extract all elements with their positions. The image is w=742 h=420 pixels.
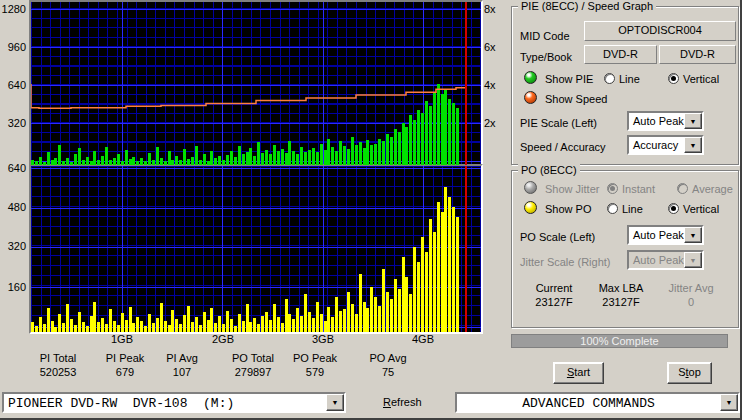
pie-scale-value: Auto Peak: [633, 114, 684, 129]
pie-y-axis-tick: 1280: [0, 2, 26, 16]
po-bar: [331, 317, 334, 332]
stat-po-peak-label: PO Peak: [280, 352, 350, 365]
refresh-link[interactable]: Refresh: [383, 396, 422, 409]
speed-line: [31, 2, 477, 161]
po-bar: [409, 294, 412, 332]
po-bar: [312, 318, 315, 332]
po-bar: [31, 322, 34, 332]
po-bar: [433, 232, 436, 332]
po-bar: [374, 297, 377, 332]
dropdown-arrow-icon[interactable]: ▼: [326, 394, 344, 411]
po-bar: [429, 219, 432, 332]
mid-code-label: MID Code: [520, 30, 570, 43]
scan-end-marker: [465, 166, 467, 332]
po-bar: [97, 322, 100, 332]
po-bar: [370, 287, 373, 332]
po-bar: [129, 307, 132, 332]
stat-po-peak-value: 579: [280, 366, 350, 379]
po-bar: [253, 318, 256, 332]
advanced-commands-combo[interactable]: ADVANCED COMMANDS ▼: [455, 392, 740, 413]
po-bar: [54, 327, 57, 332]
po-bar: [168, 325, 171, 332]
po-bar: [203, 312, 206, 332]
po-bar: [207, 320, 210, 332]
pie-bar: [62, 161, 65, 165]
show-pie-label: Show PIE: [545, 73, 593, 86]
stop-button[interactable]: Stop: [667, 362, 712, 384]
po-bar: [296, 308, 299, 332]
pie-bar: [121, 161, 124, 165]
pie-panel-title: PIE (8ECC) / Speed Graph: [518, 0, 656, 13]
po-bar: [183, 315, 186, 332]
po-vertical-radio[interactable]: [668, 203, 679, 214]
po-bar: [234, 326, 237, 332]
po-scale-combo[interactable]: Auto Peak ▼: [627, 225, 704, 245]
pie-bar: [207, 161, 210, 165]
speed-accuracy-combo[interactable]: Accuracy ▼: [627, 135, 704, 155]
advanced-commands-value: ADVANCED COMMANDS: [457, 396, 720, 411]
po-bar: [132, 323, 135, 332]
show-pie-led[interactable]: [524, 71, 537, 84]
po-line-label: Line: [622, 203, 643, 216]
pie-vertical-radio[interactable]: [668, 73, 679, 84]
drive-select-combo[interactable]: PIONEER DVD-RW DVR-108 (M:) ▼: [2, 392, 346, 413]
po-y-axis-tick: 640: [0, 161, 26, 175]
po-line-radio[interactable]: [607, 203, 618, 214]
po-plot-area: [31, 166, 481, 332]
po-bar: [191, 322, 194, 332]
po-bar: [359, 274, 362, 332]
pie-line-radio[interactable]: [604, 73, 615, 84]
po-bar: [140, 321, 143, 332]
po-bar: [316, 302, 319, 332]
show-po-led[interactable]: [524, 201, 537, 214]
po-bar: [226, 311, 229, 332]
po-bar: [355, 314, 358, 332]
po-bar: [35, 326, 38, 332]
po-bar: [335, 297, 338, 332]
po-bar: [378, 306, 381, 332]
x-axis-gb-tick: 4GB: [403, 332, 443, 346]
show-jitter-led: [524, 181, 537, 194]
po-bar: [304, 294, 307, 332]
dropdown-arrow-icon: ▼: [684, 252, 702, 268]
current-label: Current: [526, 282, 582, 295]
pie-bar: [144, 161, 147, 165]
po-bar: [93, 302, 96, 332]
po-panel-title: PO (8ECC): [518, 164, 580, 177]
po-bar: [421, 237, 424, 332]
pie-y-axis-tick: 960: [0, 40, 26, 54]
po-bar: [66, 304, 69, 332]
po-bar: [113, 321, 116, 332]
po-bar: [121, 313, 124, 332]
dropdown-arrow-icon[interactable]: ▼: [720, 394, 738, 411]
jitter-instant-radio: [607, 183, 618, 194]
start-button[interactable]: Start: [553, 362, 604, 384]
pie-scale-combo[interactable]: Auto Peak ▼: [627, 111, 704, 131]
x-axis-gb-tick: 3GB: [303, 332, 343, 346]
po-bar: [214, 323, 217, 332]
po-y-axis-tick: 320: [0, 239, 26, 253]
po-bar: [74, 325, 77, 332]
dropdown-arrow-icon[interactable]: ▼: [684, 137, 702, 153]
po-bar: [187, 306, 190, 332]
po-bar: [261, 316, 264, 332]
pie-scale-label: PIE Scale (Left): [520, 117, 597, 130]
show-speed-led[interactable]: [524, 91, 537, 104]
po-vertical-label: Vertical: [683, 203, 719, 216]
dropdown-arrow-icon[interactable]: ▼: [684, 227, 702, 243]
po-bar: [402, 257, 405, 332]
po-bar: [101, 318, 104, 332]
speed-accuracy-value: Accuracy: [633, 138, 678, 153]
dropdown-arrow-icon[interactable]: ▼: [684, 113, 702, 129]
speed-y-axis-tick: 2x: [484, 116, 508, 130]
po-bar: [117, 325, 120, 332]
jitter-avg-label: Jitter Avg: [660, 282, 722, 295]
max-lba-label: Max LBA: [590, 282, 652, 295]
po-bar: [109, 309, 112, 332]
drive-select-value: PIONEER DVD-RW DVR-108 (M:): [8, 396, 234, 411]
po-bar: [125, 320, 128, 332]
po-bar: [320, 314, 323, 332]
pie-speed-panel: PIE (8ECC) / Speed Graph MID Code OPTODI…: [511, 6, 739, 165]
stat-po-avg-value: 75: [353, 366, 423, 379]
speed-accuracy-label: Speed / Accuracy: [520, 141, 606, 154]
